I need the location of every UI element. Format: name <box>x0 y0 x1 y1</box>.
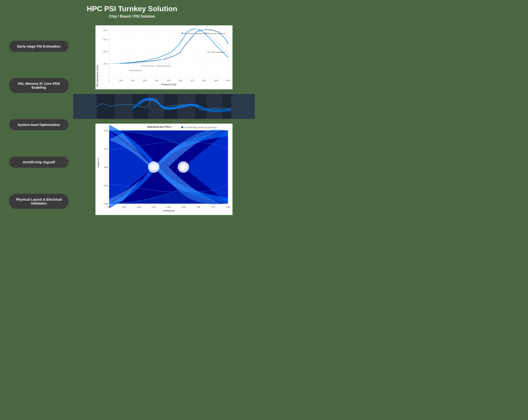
svg-text:1: 1 <box>108 79 110 82</box>
svg-text:0.13: 0.13 <box>104 148 108 150</box>
eye-diagram: Statistical Eye Plot 1 AEYEPROBE (probe … <box>73 124 255 215</box>
svg-text:1E−1: 1E−1 <box>103 38 108 41</box>
svg-text:0.00: 0.00 <box>107 206 111 208</box>
main-content: Early-stage PSI Estimation HSI, Memory I… <box>9 25 255 215</box>
svg-text:AEYEPROBE (probe out) QuickEye: AEYEPROBE (probe out) QuickEye <box>184 126 217 129</box>
svg-text:−0.25: −0.25 <box>103 203 108 205</box>
svg-text:PKG Inductance + Board Inducta: PKG Inductance + Board Inductance <box>141 65 171 67</box>
svg-text:1E−3: 1E−3 <box>103 63 108 65</box>
svg-text:UnitInterval: UnitInterval <box>163 210 174 212</box>
svg-text:1.75: 1.75 <box>211 206 215 208</box>
svg-text:1E9: 1E9 <box>214 79 218 82</box>
svg-text:1E2: 1E2 <box>131 79 135 82</box>
svg-point-70 <box>150 164 157 171</box>
svg-point-33 <box>181 33 183 34</box>
svg-text:0.25: 0.25 <box>104 130 108 132</box>
svg-text:1E8: 1E8 <box>202 79 206 82</box>
pdn-chart: 2E−1 1E−1 1E−2 1E−3 1 1E1 1E2 1E3 1E4 1E… <box>73 25 255 89</box>
svg-text:1E5: 1E5 <box>167 79 170 82</box>
svg-text:0.50: 0.50 <box>137 206 141 208</box>
svg-text:1E10: 1E10 <box>225 79 230 82</box>
hsi-memory-button[interactable]: HSI, Memory IF, Core PDN Enabling <box>9 78 69 93</box>
page-subtitle: Chip / Board / PSI Solution <box>109 14 155 19</box>
svg-text:DC Resistance: DC Resistance <box>130 69 142 72</box>
svg-text:1.00: 1.00 <box>167 206 171 208</box>
page-title: HPC PSI Turnkey Solution <box>87 5 177 13</box>
svg-point-35 <box>204 33 206 34</box>
svg-text:1E3: 1E3 <box>143 79 147 82</box>
svg-text:0.25: 0.25 <box>122 206 126 208</box>
svg-point-71 <box>180 164 187 171</box>
svg-text:Voltage (V): Voltage (V) <box>97 158 99 168</box>
on-off-chip-button[interactable]: On/Off-Chip Signoff <box>9 157 69 168</box>
svg-text:1E4: 1E4 <box>155 79 158 82</box>
svg-text:−0.13: −0.13 <box>103 185 108 187</box>
charts-column: 2E−1 1E−1 1E−2 1E−3 1 1E1 1E2 1E3 1E4 1E… <box>73 25 255 215</box>
svg-text:2.00: 2.00 <box>226 206 230 208</box>
svg-rect-44 <box>115 94 133 119</box>
svg-text:0.00: 0.00 <box>104 166 108 168</box>
svg-text:1E6: 1E6 <box>179 79 182 82</box>
physical-layout-button[interactable]: Physical Layout & Electrical Validation <box>9 194 69 209</box>
svg-text:1E7: 1E7 <box>191 79 194 82</box>
system-level-button[interactable]: System-level Optimization <box>9 119 69 130</box>
svg-text:0.75: 0.75 <box>152 206 156 208</box>
svg-text:PDn-chip Capacitance: PDn-chip Capacitance <box>207 51 226 53</box>
svg-text:Statistical Eye Plot 1: Statistical Eye Plot 1 <box>147 125 172 128</box>
svg-text:PKG Decap Capacitance: PKG Decap Capacitance <box>184 32 204 35</box>
svg-text:Frequency [hz]: Frequency [hz] <box>161 83 176 86</box>
svg-text:PDI Impedance [ohm]: PDI Impedance [ohm] <box>96 65 99 87</box>
svg-text:2E−1: 2E−1 <box>103 29 108 32</box>
svg-text:1.50: 1.50 <box>196 206 200 208</box>
svg-point-50 <box>181 126 183 128</box>
cross-section-chart <box>73 94 255 119</box>
svg-rect-47 <box>207 94 222 119</box>
feature-buttons-column: Early-stage PSI Estimation HSI, Memory I… <box>9 25 69 215</box>
svg-text:1E1: 1E1 <box>119 79 123 82</box>
svg-text:1E−2: 1E−2 <box>103 50 108 53</box>
early-stage-button[interactable]: Early-stage PSI Estimation <box>9 41 69 52</box>
svg-text:PKG Decap Inductance: PKG Decap Inductance <box>206 32 226 35</box>
svg-text:1.25: 1.25 <box>181 206 185 208</box>
